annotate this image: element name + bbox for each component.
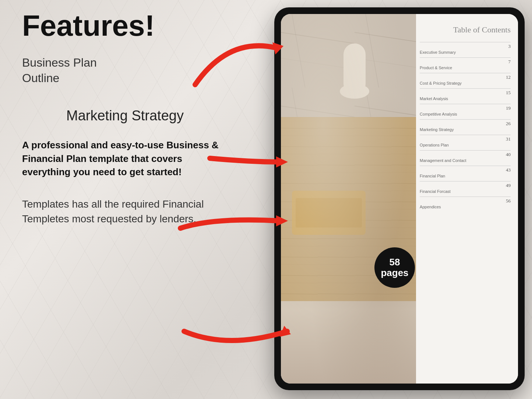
toc-item-label: Marketing Strategy xyxy=(420,127,511,132)
toc-title: Table of Contents xyxy=(420,25,511,35)
toc-divider xyxy=(420,135,511,135)
toc-divider xyxy=(420,57,511,58)
pages-label: pages xyxy=(381,268,408,278)
toc-divider xyxy=(420,150,511,151)
pages-number: 58 xyxy=(390,257,400,268)
toc-item: 7 Product & Service xyxy=(420,57,511,70)
toc-item-label: Market Analysis xyxy=(420,96,511,101)
pages-badge: 58 pages xyxy=(374,247,415,288)
toc-item: 40 Management and Contact xyxy=(420,150,511,163)
toc-item: 19 Competitive Analysis xyxy=(420,104,511,116)
tablet-screen: Table of Contents 3 Executive Summary 7 … xyxy=(281,14,518,384)
templates-note: Templates has all the required Financial… xyxy=(22,197,228,226)
toc-item-label: Product & Service xyxy=(420,66,511,70)
toc-divider xyxy=(420,73,511,73)
table-of-contents: Table of Contents 3 Executive Summary 7 … xyxy=(416,14,518,384)
toc-item: 49 Financial Forcast xyxy=(420,181,511,194)
toc-page-number: 12 xyxy=(420,74,511,80)
toc-divider xyxy=(420,197,511,197)
toc-page-number: 19 xyxy=(420,105,511,111)
toc-item-label: Executive Summary xyxy=(420,50,511,54)
business-plan-outline: Business PlanOutline xyxy=(22,55,228,86)
toc-item: 26 Marketing Strategy xyxy=(420,119,511,132)
toc-page-number: 40 xyxy=(420,152,511,158)
toc-item-label: Operations Plan xyxy=(420,143,511,147)
toc-page-number: 31 xyxy=(420,136,511,142)
toc-divider xyxy=(420,104,511,104)
toc-divider xyxy=(420,42,511,42)
toc-divider xyxy=(420,166,511,166)
marketing-strategy-label: Marketing Strategy xyxy=(66,108,228,124)
toc-item-label: Financial Forcast xyxy=(420,189,511,194)
toc-divider xyxy=(420,88,511,89)
toc-page-number: 7 xyxy=(420,59,511,65)
toc-page-number: 26 xyxy=(420,121,511,127)
description-text: A professional and easy-to-use Business … xyxy=(22,138,228,179)
toc-item-label: Competitive Analysis xyxy=(420,112,511,116)
toc-item: 15 Market Analysis xyxy=(420,88,511,101)
toc-page-number: 43 xyxy=(420,167,511,173)
toc-divider xyxy=(420,119,511,120)
toc-item-label: Management and Contact xyxy=(420,158,511,163)
toc-item: 43 Financial Plan xyxy=(420,166,511,178)
page-title: Features! xyxy=(22,11,228,40)
toc-item: 31 Operations Plan xyxy=(420,135,511,147)
toc-item-label: Financial Plan xyxy=(420,174,511,178)
toc-page-number: 49 xyxy=(420,183,511,188)
tablet-device: Table of Contents 3 Executive Summary 7 … xyxy=(274,7,525,390)
toc-item-label: Appendices xyxy=(420,205,511,209)
toc-divider xyxy=(420,181,511,181)
left-content: Features! Business PlanOutline Marketing… xyxy=(22,11,228,226)
toc-page-number: 56 xyxy=(420,198,511,204)
toc-page-number: 15 xyxy=(420,90,511,96)
toc-item: 3 Executive Summary xyxy=(420,42,511,54)
toc-item: 56 Appendices xyxy=(420,197,511,209)
toc-item-label: Cost & Pricing Strategy xyxy=(420,81,511,85)
toc-item: 12 Cost & Pricing Strategy xyxy=(420,73,511,85)
toc-page-number: 3 xyxy=(420,43,511,49)
tablet-photo xyxy=(281,14,423,384)
